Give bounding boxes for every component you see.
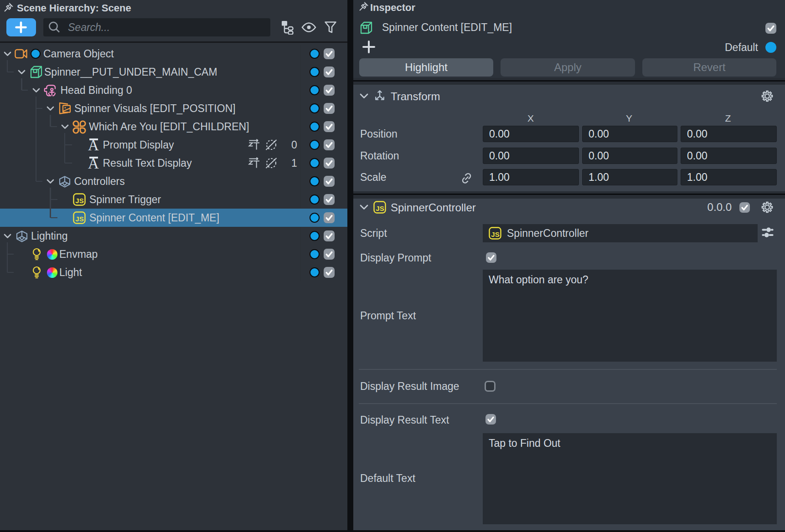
svg-text:JS: JS [491,230,499,238]
svg-text:JS: JS [376,205,384,212]
svg-text:JS: JS [75,215,83,223]
svg-text:JS: JS [75,197,83,205]
